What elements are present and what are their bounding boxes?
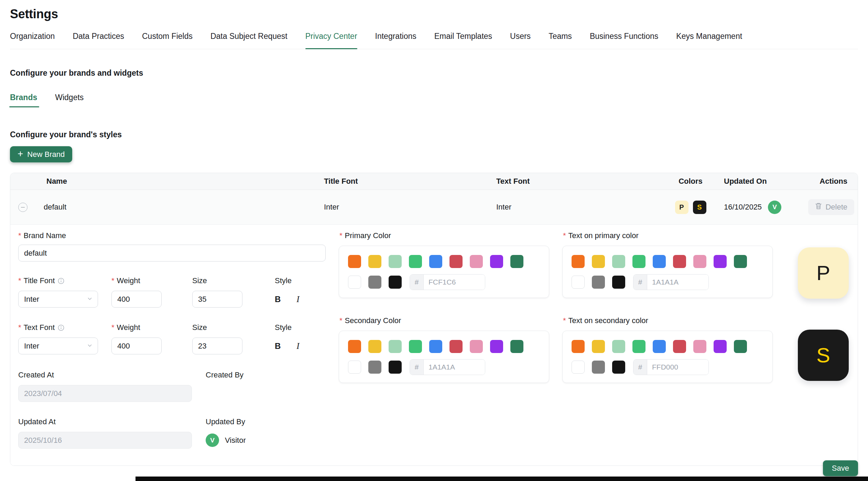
new-brand-button[interactable]: + New Brand xyxy=(10,146,72,162)
color-swatch[interactable] xyxy=(409,255,422,268)
tab-data-subject-request[interactable]: Data Subject Request xyxy=(210,32,287,49)
collapse-row-button[interactable] xyxy=(18,203,28,212)
tab-teams[interactable]: Teams xyxy=(549,32,572,49)
tab-brands[interactable]: Brands xyxy=(10,93,37,107)
color-swatch[interactable] xyxy=(693,340,706,353)
color-swatch[interactable] xyxy=(389,255,402,268)
color-swatch[interactable] xyxy=(632,255,645,268)
required-asterisk: * xyxy=(339,316,343,325)
title-size-input[interactable] xyxy=(192,291,242,308)
color-swatch[interactable] xyxy=(368,276,381,289)
color-swatch[interactable] xyxy=(653,340,666,353)
updated-labels-row: Updated At Updated By xyxy=(18,417,326,426)
tab-data-practices[interactable]: Data Practices xyxy=(73,32,124,49)
text-on-secondary-hex-input[interactable] xyxy=(647,360,708,375)
color-swatch[interactable] xyxy=(612,361,625,374)
color-swatch[interactable] xyxy=(389,276,402,289)
text-italic-button[interactable]: I xyxy=(296,341,299,351)
title-font-select[interactable]: Inter xyxy=(18,291,98,308)
color-swatch[interactable] xyxy=(389,361,402,374)
color-swatch[interactable] xyxy=(612,340,625,353)
brand-name-input[interactable] xyxy=(18,245,326,261)
page-title: Settings xyxy=(10,7,858,21)
color-swatch[interactable] xyxy=(572,255,585,268)
updated-by-avatar: V xyxy=(768,201,781,214)
color-swatch[interactable] xyxy=(572,340,585,353)
color-swatch[interactable] xyxy=(470,255,483,268)
title-italic-button[interactable]: I xyxy=(296,295,299,304)
color-swatch[interactable] xyxy=(612,276,625,289)
color-swatch[interactable] xyxy=(510,340,523,353)
color-swatch[interactable] xyxy=(734,340,747,353)
color-swatch[interactable] xyxy=(673,255,686,268)
text-on-primary-hex-input[interactable] xyxy=(647,275,708,290)
text-font-cell: Inter xyxy=(496,203,661,212)
tab-business-functions[interactable]: Business Functions xyxy=(590,32,658,49)
secondary-color-label: * Secondary Color xyxy=(339,316,549,325)
color-swatch[interactable] xyxy=(348,340,361,353)
color-swatch[interactable] xyxy=(632,340,645,353)
color-swatch[interactable] xyxy=(653,255,666,268)
color-swatch[interactable] xyxy=(612,255,625,268)
color-swatch[interactable] xyxy=(368,340,381,353)
color-swatch[interactable] xyxy=(429,340,442,353)
color-swatch[interactable] xyxy=(490,340,503,353)
text-font-select[interactable]: Inter xyxy=(18,338,98,354)
color-swatch[interactable] xyxy=(592,255,605,268)
color-swatch[interactable] xyxy=(592,340,605,353)
tab-organization[interactable]: Organization xyxy=(10,32,55,49)
secondary-color-badge: S xyxy=(693,201,706,214)
swatch-row: # xyxy=(348,274,540,290)
color-swatch[interactable] xyxy=(368,361,381,374)
text-weight-label: * Weight xyxy=(111,323,192,332)
color-swatch[interactable] xyxy=(572,361,585,374)
delete-label: Delete xyxy=(825,203,847,212)
tab-custom-fields[interactable]: Custom Fields xyxy=(142,32,193,49)
color-swatch[interactable] xyxy=(490,255,503,268)
color-swatch[interactable] xyxy=(592,361,605,374)
color-swatch[interactable] xyxy=(449,255,463,268)
title-weight-input[interactable] xyxy=(111,291,162,308)
tab-keys-management[interactable]: Keys Management xyxy=(676,32,742,49)
color-swatch[interactable] xyxy=(409,340,422,353)
color-swatch[interactable] xyxy=(510,255,523,268)
color-swatch[interactable] xyxy=(389,340,402,353)
color-swatch[interactable] xyxy=(348,361,361,374)
text-bold-button[interactable]: B xyxy=(275,341,281,351)
color-swatch[interactable] xyxy=(470,340,483,353)
text-size-input[interactable] xyxy=(192,338,242,354)
text-font-label: * Text Font xyxy=(18,323,111,332)
color-swatch[interactable] xyxy=(673,340,686,353)
tab-integrations[interactable]: Integrations xyxy=(375,32,416,49)
tab-widgets[interactable]: Widgets xyxy=(55,93,84,107)
save-button[interactable]: Save xyxy=(823,460,858,476)
color-swatch[interactable] xyxy=(348,255,361,268)
color-swatch[interactable] xyxy=(429,255,442,268)
created-values-row xyxy=(18,385,326,402)
hash-prefix: # xyxy=(633,275,647,290)
color-swatch[interactable] xyxy=(572,276,585,289)
color-swatch[interactable] xyxy=(734,255,747,268)
tab-users[interactable]: Users xyxy=(510,32,531,49)
color-swatch[interactable] xyxy=(368,255,381,268)
tab-privacy-center[interactable]: Privacy Center xyxy=(305,32,357,49)
trash-icon xyxy=(815,202,822,212)
primary-color-hex-input[interactable] xyxy=(424,275,485,290)
new-brand-label: New Brand xyxy=(27,150,65,159)
color-swatch[interactable] xyxy=(714,255,727,268)
column-header-colors: Colors xyxy=(679,177,703,186)
primary-color-card: # xyxy=(339,246,549,298)
color-swatch[interactable] xyxy=(449,340,463,353)
text-on-primary-block: * Text on primary color # xyxy=(562,225,773,298)
updated-at-input xyxy=(18,432,192,449)
title-weight-label: * Weight xyxy=(111,276,192,285)
secondary-color-hex-input[interactable] xyxy=(424,360,485,375)
color-swatch[interactable] xyxy=(714,340,727,353)
color-swatch[interactable] xyxy=(592,276,605,289)
delete-brand-button[interactable]: Delete xyxy=(808,199,854,215)
tab-email-templates[interactable]: Email Templates xyxy=(434,32,492,49)
title-bold-button[interactable]: B xyxy=(275,295,281,304)
color-swatch[interactable] xyxy=(693,255,706,268)
color-swatch[interactable] xyxy=(348,276,361,289)
text-weight-input[interactable] xyxy=(111,338,162,354)
